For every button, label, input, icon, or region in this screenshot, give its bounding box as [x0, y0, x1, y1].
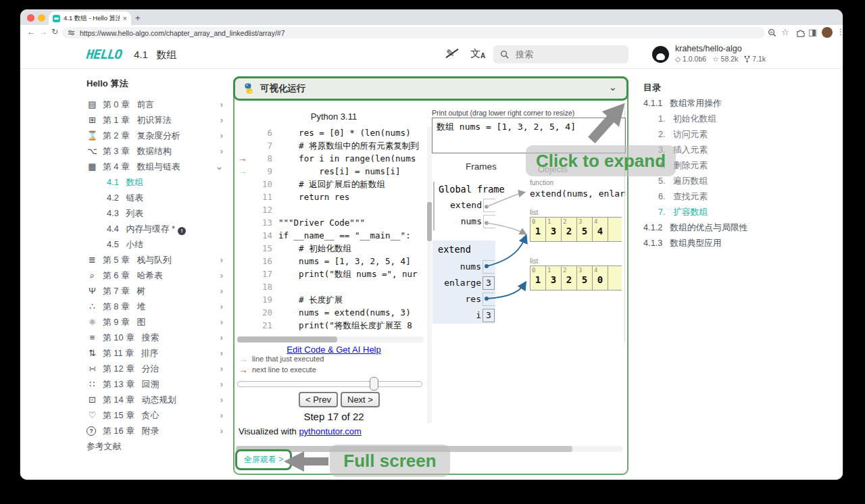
site-settings-icon[interactable]: [68, 29, 75, 36]
code-horizontal-scrollbar-thumb[interactable]: [237, 336, 337, 343]
chevron-down-icon[interactable]: ⌄: [216, 159, 223, 174]
sidebar-item-chapter-5-stack-queue[interactable]: ≣第 5 章 栈与队列›: [86, 252, 226, 268]
sidebar-item-chapter-9-graph[interactable]: ⚛第 9 章 图›: [86, 314, 226, 330]
sidebar-item-chapter-14-dynamic-programming[interactable]: ⊡第 14 章 动态规划›: [86, 392, 226, 407]
sidebar-item-label: 第 7 章 树: [103, 283, 145, 299]
list2-cell-3: 35: [576, 266, 593, 291]
sidebar-item-chapter-16-appendix[interactable]: ?第 16 章 附录›: [86, 423, 226, 438]
window-close-button[interactable]: [27, 14, 34, 22]
sidebar-item-chapter-10-searching[interactable]: ≡第 10 章 搜索›: [86, 330, 226, 345]
side-panel-icon[interactable]: ◨: [808, 27, 816, 37]
sidebar-item-chapter-12-divide-conquer[interactable]: ∺第 12 章 分治›: [86, 361, 226, 376]
sidebar-item-chapter-4-array-linkedlist[interactable]: ▦第 4 章 数组与链表⌄: [86, 159, 226, 174]
code-line-16: 16 nums = [1, 3, 2, 5, 4]: [236, 255, 428, 268]
toc-access-element[interactable]: 2.访问元素: [643, 126, 806, 142]
window-minimize-button[interactable]: [38, 14, 45, 22]
cell-value: 0: [593, 274, 608, 285]
sidebar-item-section-4-2-linked-list[interactable]: 4.2 链表: [86, 190, 226, 205]
sidebar-item-section-4-1-array[interactable]: 4.1 数组: [86, 174, 226, 190]
code-line-6: 6 res = [0] * (len(nums): [236, 126, 428, 139]
step-slider-handle[interactable]: [370, 377, 378, 390]
step-slider-track[interactable]: [237, 381, 422, 387]
language-icon[interactable]: 文A: [470, 47, 485, 60]
sidebar-item-chapter-7-tree[interactable]: Ψ第 7 章 树›: [86, 283, 226, 299]
chevron-right-icon[interactable]: ›: [220, 299, 223, 314]
cell-value: 3: [546, 274, 561, 285]
search-icon: [500, 50, 509, 59]
code-listing: 6 res = [0] * (len(nums)7 # 将原数组中的所有元素复制…: [236, 126, 428, 332]
sidebar-item-chapter-6-hash-table[interactable]: ⌕第 6 章 哈希表›: [86, 268, 226, 283]
theme-toggle-icon[interactable]: ✎: [446, 47, 455, 59]
site-logo[interactable]: HELLO: [86, 47, 123, 61]
back-icon[interactable]: ←: [27, 27, 35, 36]
address-bar[interactable]: https://www.hello-algo.com/chapter_array…: [62, 27, 765, 39]
toc-item-label: 访问元素: [673, 129, 708, 139]
extensions-icon[interactable]: [796, 28, 805, 37]
chevron-right-icon[interactable]: ›: [220, 376, 223, 392]
toc-find-element[interactable]: 6.查找元素: [643, 188, 806, 204]
profile-avatar[interactable]: [822, 27, 833, 38]
extend-frame: extend numsenlarge3resi3: [432, 241, 495, 324]
sidebar-item-section-4-4-memory-cache[interactable]: 4.4 内存与缓存 *!: [86, 221, 226, 236]
chevron-right-icon[interactable]: ›: [220, 112, 223, 128]
sidebar-item-chapter-3-data-structures[interactable]: ⌥第 3 章 数据结构›: [86, 143, 226, 159]
sidebar-item-chapter-2-complexity[interactable]: ⌛第 2 章 复杂度分析›: [86, 128, 226, 143]
toc-4-1-3[interactable]: 4.1.3 数组典型应用: [643, 235, 806, 251]
sidebar-item-references[interactable]: 参考文献: [86, 438, 226, 454]
cell-index: 4: [593, 266, 608, 274]
code-vertical-scrollbar-track[interactable]: [427, 126, 432, 424]
chevron-right-icon[interactable]: ›: [220, 252, 223, 268]
sidebar-item-chapter-8-heap[interactable]: ∴第 8 章 堆›: [86, 299, 226, 314]
prev-button[interactable]: < Prev: [299, 392, 338, 407]
bookmark-star-icon[interactable]: ☆: [781, 27, 789, 37]
chevron-right-icon[interactable]: ›: [220, 143, 223, 159]
code-line-7: 7 # 将原数组中的所有元素复制到: [236, 139, 428, 152]
list1-cell-clipped: [608, 217, 622, 242]
chevron-right-icon[interactable]: ›: [220, 128, 223, 143]
chevron-down-icon[interactable]: ⌄: [608, 81, 617, 93]
sidebar-item-section-4-3-list[interactable]: 4.3 列表: [86, 205, 226, 221]
code-vertical-scrollbar-thumb[interactable]: [427, 202, 432, 241]
pythontutor-link[interactable]: pythontutor.com: [299, 426, 362, 436]
chevron-right-icon[interactable]: ›: [220, 407, 223, 423]
chevron-right-icon[interactable]: ›: [220, 283, 223, 299]
chevron-right-icon[interactable]: ›: [220, 345, 223, 361]
sidebar-site-title[interactable]: Hello 算法: [86, 75, 226, 93]
sidebar-item-chapter-1-intro-to-algorithms[interactable]: ⊞第 1 章 初识算法›: [86, 112, 226, 128]
toc-expand-array[interactable]: 7.扩容数组: [643, 204, 806, 220]
next-button[interactable]: Next >: [341, 392, 380, 407]
chevron-right-icon[interactable]: ›: [220, 314, 223, 330]
chevron-right-icon[interactable]: ›: [220, 423, 223, 438]
zoom-icon[interactable]: [768, 28, 776, 37]
sidebar-item-section-4-5-summary[interactable]: 4.5 小结: [86, 236, 226, 252]
toc-init-array[interactable]: 1.初始化数组: [643, 111, 806, 126]
reload-icon[interactable]: ↻: [51, 27, 58, 36]
chevron-right-icon[interactable]: ›: [220, 361, 223, 376]
chevron-right-icon[interactable]: ›: [220, 330, 223, 345]
chevron-right-icon[interactable]: ›: [220, 392, 223, 407]
code-line-15: 15 # 初始化数组: [236, 242, 428, 255]
sidebar-item-chapter-11-sorting[interactable]: ⇅第 11 章 排序›: [86, 345, 226, 361]
sidebar-item-label: 第 14 章 动态规划: [103, 392, 176, 407]
new-tab-button[interactable]: +: [135, 13, 141, 23]
line-number: 20: [249, 306, 272, 319]
toc-4-1-1[interactable]: 4.1.1 数组常用操作: [643, 95, 806, 111]
sidebar-item-chapter-15-greedy[interactable]: ♡第 15 章 贪心›: [86, 407, 226, 423]
search-input[interactable]: [514, 49, 605, 60]
sidebar-item-chapter-0-preface[interactable]: ▤第 0 章 前言›: [86, 97, 226, 112]
tab-close-icon[interactable]: ×: [123, 14, 127, 22]
menu-icon[interactable]: ⋮: [837, 27, 843, 36]
visual-run-panel-header[interactable]: 可视化运行 ⌄: [233, 76, 628, 101]
chevron-right-icon[interactable]: ›: [220, 268, 223, 283]
next-line-arrow-icon: →: [238, 152, 247, 165]
github-repo-card[interactable]: krahets/hello-algo ◇1.0.0b6 ☆58.2k 7.1k: [652, 44, 766, 63]
chevron-right-icon[interactable]: ›: [220, 97, 223, 112]
cell-value: 1: [530, 226, 545, 236]
variable-name: enlarge: [438, 276, 481, 291]
forward-icon[interactable]: →: [39, 27, 47, 36]
sidebar-item-chapter-13-backtracking[interactable]: ∷第 13 章 回溯›: [86, 376, 226, 392]
toc-4-1-2[interactable]: 4.1.2 数组的优点与局限性: [643, 220, 806, 235]
search-box[interactable]: [493, 45, 628, 64]
code-line-13: 13"""Driver Code""": [236, 216, 428, 229]
browser-tab[interactable]: 4.1 数组 - Hello 算法 ×: [49, 11, 131, 25]
